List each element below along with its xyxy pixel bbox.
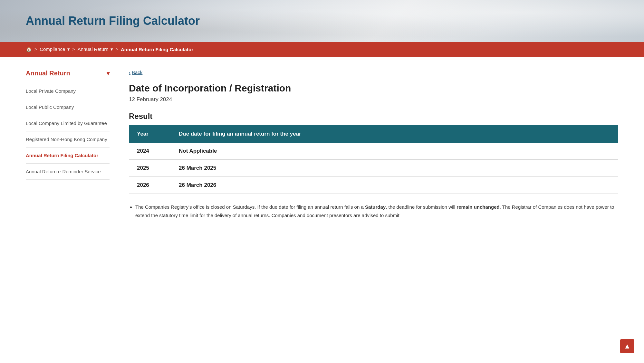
breadcrumb-separator-1: > [34, 47, 37, 52]
result-table: Year Due date for filing an annual retur… [129, 125, 618, 194]
bold-unchanged: remain unchanged [457, 204, 499, 210]
table-header-year: Year [129, 126, 171, 143]
sidebar-link-local-private[interactable]: Local Private Company [26, 88, 76, 94]
table-cell-date-2025: 26 March 2025 [171, 160, 618, 177]
sidebar: Annual Return ▾ Local Private Company Lo… [26, 70, 110, 269]
breadcrumb-annual-return[interactable]: Annual Return ▾ [78, 46, 113, 52]
table-row: 2025 26 March 2025 [129, 160, 618, 177]
sidebar-item-local-guarantee: Local Company Limited by Guarantee [26, 115, 110, 131]
back-label: Back [132, 70, 142, 75]
note-text: The Companies Registry's office is close… [135, 204, 614, 218]
sidebar-title: Annual Return ▾ [26, 70, 110, 77]
main-section: ‹ Back Date of Incorporation / Registrat… [129, 70, 618, 269]
home-icon: 🏠 [26, 46, 32, 52]
breadcrumb-compliance[interactable]: Compliance ▾ [40, 46, 70, 52]
table-cell-date-2024: Not Applicable [171, 143, 618, 160]
sidebar-item-registered-non-hk: Registered Non-Hong Kong Company [26, 131, 110, 148]
section-title: Date of Incorporation / Registration [129, 83, 618, 94]
sidebar-link-filing-calculator[interactable]: Annual Return Filing Calculator [26, 153, 98, 158]
table-row: 2024 Not Applicable [129, 143, 618, 160]
breadcrumb-separator-2: > [72, 47, 75, 52]
breadcrumb-home[interactable]: 🏠 [26, 46, 32, 52]
hero-banner: Annual Return Filing Calculator [0, 0, 644, 42]
table-cell-year-2024: 2024 [129, 143, 171, 160]
sidebar-link-local-guarantee[interactable]: Local Company Limited by Guarantee [26, 120, 107, 126]
sidebar-chevron-icon: ▾ [107, 70, 110, 77]
table-cell-year-2025: 2025 [129, 160, 171, 177]
sidebar-item-local-public: Local Public Company [26, 99, 110, 115]
compliance-dropdown-icon: ▾ [66, 46, 70, 52]
breadcrumb-bar: 🏠 > Compliance ▾ > Annual Return ▾ > Ann… [0, 42, 644, 57]
sidebar-item-e-reminder: Annual Return e-Reminder Service [26, 164, 110, 180]
sidebar-link-local-public[interactable]: Local Public Company [26, 104, 74, 110]
bold-saturday: Saturday [365, 204, 386, 210]
back-link[interactable]: ‹ Back [129, 70, 142, 75]
sidebar-link-registered-non-hk[interactable]: Registered Non-Hong Kong Company [26, 137, 107, 142]
notes-section: The Companies Registry's office is close… [129, 203, 618, 219]
sidebar-item-filing-calculator: Annual Return Filing Calculator [26, 148, 110, 164]
sidebar-title-text: Annual Return [26, 70, 70, 77]
table-cell-date-2026: 26 March 2026 [171, 177, 618, 194]
date-display: 12 February 2024 [129, 96, 618, 103]
result-label: Result [129, 112, 618, 121]
back-arrow-icon: ‹ [129, 70, 130, 75]
sidebar-item-local-private: Local Private Company [26, 83, 110, 99]
main-content: Annual Return ▾ Local Private Company Lo… [0, 57, 644, 282]
table-header-row: Year Due date for filing an annual retur… [129, 126, 618, 143]
table-cell-year-2026: 2026 [129, 177, 171, 194]
table-header-due-date: Due date for filing an annual return for… [171, 126, 618, 143]
sidebar-nav: Local Private Company Local Public Compa… [26, 83, 110, 180]
hero-title: Annual Return Filing Calculator [26, 14, 200, 28]
breadcrumb-current: Annual Return Filing Calculator [121, 47, 193, 52]
breadcrumb-separator-3: > [116, 47, 118, 52]
annual-return-dropdown-icon: ▾ [109, 46, 113, 52]
note-item: The Companies Registry's office is close… [135, 203, 618, 219]
table-row: 2026 26 March 2026 [129, 177, 618, 194]
sidebar-link-e-reminder[interactable]: Annual Return e-Reminder Service [26, 169, 101, 174]
